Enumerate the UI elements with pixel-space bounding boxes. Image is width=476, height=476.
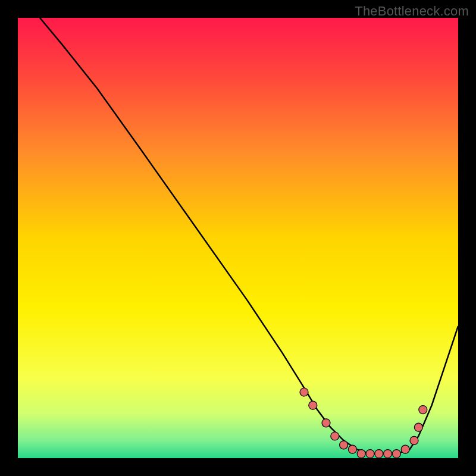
data-point [419,406,427,414]
data-point [340,441,348,449]
watermark-text: TheBottleneck.com [355,4,469,19]
data-point [366,450,374,458]
chart-background [18,18,458,458]
data-point [384,450,392,458]
data-point [392,450,400,458]
data-point [331,432,339,440]
chart-canvas: TheBottleneck.com [0,0,476,476]
data-point [300,388,308,396]
data-point [322,419,330,427]
data-point [410,436,418,444]
data-point [401,445,409,453]
plot-area [18,18,458,458]
chart-svg [18,18,458,458]
data-point [414,423,422,431]
data-point [357,450,365,458]
data-point [375,450,383,458]
data-point [309,401,317,409]
data-point [348,445,356,453]
